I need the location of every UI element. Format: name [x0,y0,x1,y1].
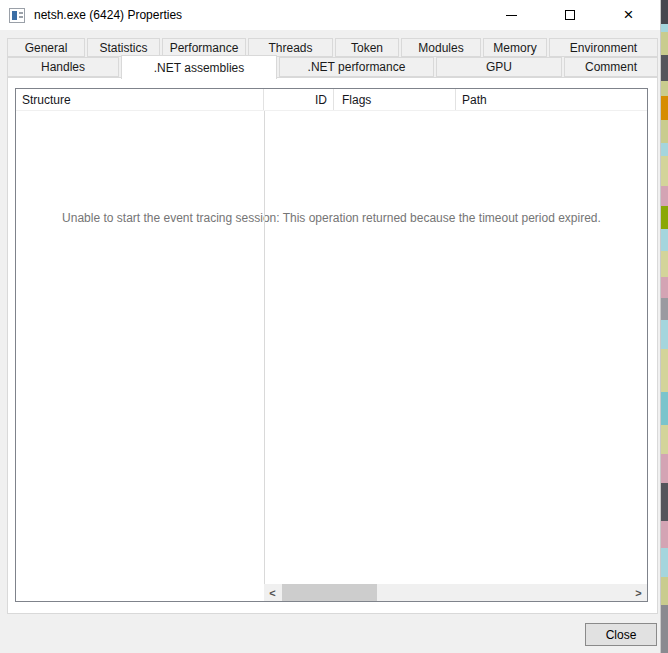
horizontal-scrollbar[interactable]: < > [264,584,647,601]
window-title: netsh.exe (6424) Properties [34,8,182,22]
close-icon: × [624,10,634,20]
titlebar: netsh.exe (6424) Properties × [0,0,660,30]
app-icon-detail [12,11,17,20]
tab-environment[interactable]: Environment [549,38,658,57]
background-window-strip [661,0,668,653]
strip-segment [661,392,668,425]
strip-segment [661,206,668,230]
strip-segment [661,186,668,205]
minimize-button[interactable] [489,0,534,30]
strip-segment [661,251,668,278]
strip-segment [661,120,668,144]
tab-general[interactable]: General [7,38,85,57]
tab-net-assemblies[interactable]: .NET assemblies [121,55,277,79]
fixed-column-divider [264,111,265,584]
strip-segment [661,521,668,548]
strip-segment [661,24,668,32]
scroll-right-icon[interactable]: > [630,584,647,601]
tab-memory[interactable]: Memory [483,38,547,57]
strip-segment [661,349,668,392]
strip-segment [661,229,668,250]
strip-segment [661,483,668,521]
strip-segment [661,320,668,349]
tracing-error-message: Unable to start the event tracing sessio… [16,211,647,225]
strip-segment [661,0,668,24]
app-icon [9,8,25,23]
properties-window: netsh.exe (6424) Properties × General St… [0,0,661,653]
strip-segment [661,605,668,653]
tab-gpu[interactable]: GPU [436,57,562,77]
screen: netsh.exe (6424) Properties × General St… [0,0,668,653]
strip-segment [661,32,668,56]
strip-segment [661,454,668,483]
tab-net-performance[interactable]: .NET performance [279,57,434,77]
assemblies-listview: Structure ID Flags Path Unable to start … [15,88,648,602]
scrollbar-track[interactable] [281,584,630,601]
strip-segment [661,55,668,81]
minimize-icon [506,15,517,16]
close-button[interactable]: Close [585,623,657,646]
strip-segment [661,277,668,298]
column-header-id[interactable]: ID [264,89,334,110]
scroll-left-icon[interactable]: < [264,584,281,601]
tab-row-1: General Statistics Performance Threads T… [7,38,658,57]
column-header-path[interactable]: Path [456,89,647,110]
strip-segment [661,143,668,155]
tab-handles[interactable]: Handles [7,57,119,77]
column-header-flags[interactable]: Flags [334,89,456,110]
strip-segment [661,577,668,606]
tab-modules[interactable]: Modules [401,38,481,57]
close-window-button[interactable]: × [606,0,651,30]
strip-segment [661,298,668,320]
strip-segment [661,81,668,95]
strip-segment [661,425,668,454]
strip-segment [661,96,668,120]
tab-row-2: Handles .NET assemblies .NET performance… [7,57,658,77]
strip-segment [661,548,668,577]
tab-token[interactable]: Token [335,38,399,57]
column-header-structure[interactable]: Structure [16,89,264,110]
maximize-icon [565,10,575,20]
listview-header: Structure ID Flags Path [16,89,647,111]
scrollbar-thumb[interactable] [282,584,377,601]
tab-comment[interactable]: Comment [564,57,658,77]
maximize-button[interactable] [547,0,592,30]
strip-segment [661,156,668,187]
